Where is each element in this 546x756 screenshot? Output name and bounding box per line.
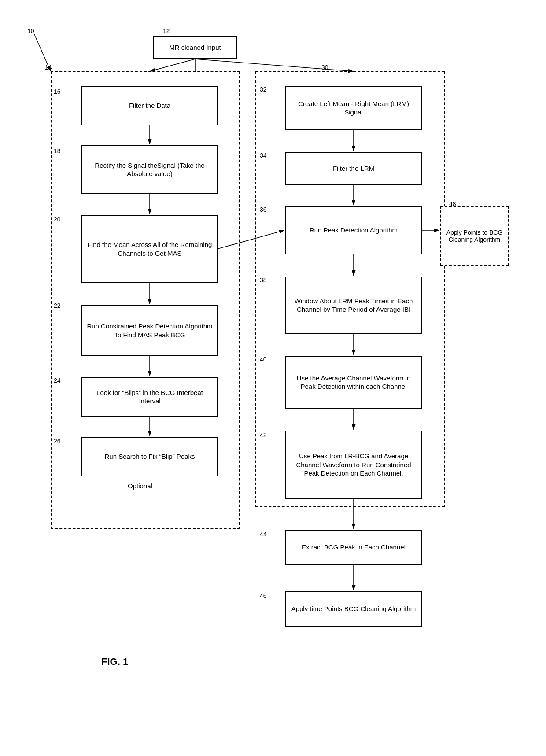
svg-line-2 [195, 59, 354, 71]
ref-34: 34 [260, 152, 267, 159]
ref-36: 36 [260, 206, 267, 213]
find-mean-box: Find the Mean Across All of the Remainin… [81, 215, 218, 283]
ref-30: 30 [321, 64, 328, 71]
ref-12: 12 [163, 27, 170, 34]
svg-line-1 [150, 59, 195, 71]
use-peak-lr-box: Use Peak from LR-BCG and Average Channel… [285, 431, 422, 499]
extract-bcg-box: Extract BCG Peak in Each Channel [285, 530, 422, 565]
ref-42: 42 [260, 431, 267, 439]
optional-label: Optional [128, 482, 152, 490]
rectify-signal-box: Rectify the Signal theSignal (Take the A… [81, 145, 218, 194]
mr-input-box: MR cleaned Input [153, 36, 237, 59]
ref-24: 24 [54, 377, 61, 384]
use-avg-channel-box: Use the Average Channel Waveform in Peak… [285, 356, 422, 409]
run-search-box: Run Search to Fix “Blip” Peaks [81, 437, 218, 476]
window-lrm-box: Window About LRM Peak Times in Each Chan… [285, 277, 422, 334]
ref-16: 16 [54, 88, 61, 95]
run-constrained-box: Run Constrained Peak Detection Algorithm… [81, 305, 218, 356]
filter-data-box: Filter the Data [81, 86, 218, 125]
ref-44: 44 [260, 531, 267, 538]
ref-26: 26 [54, 438, 61, 445]
ref-38: 38 [260, 277, 267, 284]
create-lrm-box: Create Left Mean - Right Mean (LRM) Sign… [285, 86, 422, 130]
ref-10: 10 [27, 27, 34, 34]
fig-label: FIG. 1 [101, 656, 128, 667]
filter-lrm-box: Filter the LRM [285, 152, 422, 185]
ref-40: 40 [260, 356, 267, 363]
ref-14: 14 [45, 64, 52, 71]
ref-32: 32 [260, 86, 267, 93]
ref-18: 18 [54, 148, 61, 155]
apply-points-box: Apply Points to BCG Cleaning Algorithm [440, 206, 509, 266]
apply-time-box: Apply time Points BCG Cleaning Algorithm [285, 591, 422, 627]
run-peak-box: Run Peak Detection Algorithm [285, 206, 422, 254]
ref-20: 20 [54, 216, 61, 223]
look-blips-box: Look for “Blips” in the BCG Interbeat In… [81, 377, 218, 417]
diagram-container: 10 12 MR cleaned Input 14 30 16 Filter t… [0, 0, 546, 756]
ref-22: 22 [54, 302, 61, 309]
ref-46: 46 [260, 592, 267, 599]
